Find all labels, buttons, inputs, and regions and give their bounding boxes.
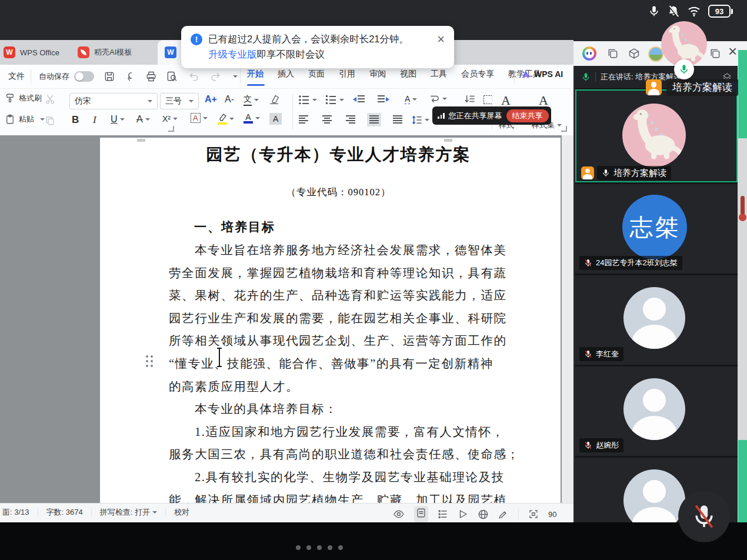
font-name-select[interactable]: 仿宋 (69, 93, 158, 109)
toast-suffix: 即享不限时会议 (257, 48, 325, 61)
paste-label: 粘贴 (19, 114, 34, 125)
align-right-button[interactable] (346, 115, 355, 124)
menu-tab-reference[interactable]: 引用 (339, 69, 355, 79)
print-icon[interactable] (145, 71, 157, 82)
participant-tile[interactable]: 志桀 24园艺专升本2班刘志桀 (575, 184, 738, 274)
eye-preview-icon[interactable] (393, 508, 405, 520)
colorful-orb-icon[interactable] (582, 46, 596, 61)
align-left-button[interactable] (299, 115, 308, 124)
wrap-settings-button[interactable] (429, 94, 447, 104)
ink-pen-icon[interactable] (498, 509, 509, 519)
menu-tab-view[interactable]: 视图 (400, 69, 416, 79)
pager-dot[interactable] (306, 545, 311, 550)
silhouette-avatar (623, 378, 685, 440)
sharing-signal-icon (438, 113, 445, 119)
font-color-icon: A (244, 113, 253, 124)
cube-icon[interactable] (628, 48, 640, 59)
char-shading-button[interactable]: A (269, 113, 282, 125)
silhouette-avatar (623, 287, 685, 349)
superscript-button[interactable]: X² (162, 114, 178, 124)
participant-tile[interactable]: 赵婉彤 (575, 366, 738, 456)
restore-window-icon[interactable] (709, 48, 721, 59)
tab-wps-office[interactable]: W WPS Office (0, 42, 66, 62)
doc-line: 本专业旨在培养服务地方经济社会发展需求，德智体美 (169, 239, 545, 262)
close-window-icon[interactable]: × (728, 44, 737, 59)
strikethrough-button[interactable]: A (136, 114, 150, 125)
bullet-list-button[interactable] (299, 95, 317, 104)
autosave-toggle[interactable] (74, 71, 94, 82)
menu-tab-member[interactable]: 会员专享 (461, 69, 494, 79)
redo-icon[interactable] (209, 71, 221, 82)
pager-dot[interactable] (328, 545, 332, 550)
multi-window-icon[interactable] (607, 48, 619, 59)
menu-file[interactable]: 文件 (8, 71, 25, 82)
doc-heading: 一、培养目标 (194, 219, 275, 235)
page-view-button[interactable] (414, 506, 428, 522)
save-icon[interactable] (104, 71, 115, 82)
menu-tab-insert[interactable]: 插入 (278, 69, 294, 79)
chevron-down-icon[interactable] (233, 75, 238, 78)
pager-dot[interactable] (317, 545, 322, 550)
justify-button[interactable] (369, 115, 379, 124)
proofread-button[interactable]: 校对 (174, 507, 189, 518)
menu-tab-tools[interactable]: 工具 (431, 69, 447, 79)
pager-dot[interactable] (338, 545, 343, 550)
sort-button[interactable] (465, 94, 475, 104)
italic-button[interactable]: I (93, 114, 96, 126)
line-spacing-button[interactable] (412, 115, 429, 125)
wps-ai-button[interactable]: WPS AI (521, 69, 563, 79)
menu-tab-home[interactable]: 开始 (247, 69, 264, 79)
red-scroll-knob[interactable] (739, 214, 746, 221)
spell-check-button[interactable]: 拼写检查: 打开 (100, 507, 157, 518)
undo-icon[interactable] (188, 71, 200, 82)
autosave-label: 自动保存 (39, 71, 69, 82)
increase-indent-button[interactable] (378, 95, 389, 104)
tab-daoke-ai[interactable]: 稻壳AI模板 (71, 42, 139, 62)
clear-format-icon[interactable] (268, 94, 280, 105)
menu-tab-page[interactable]: 页面 (308, 69, 325, 79)
mute-toggle-button[interactable] (678, 491, 730, 542)
font-color-button[interactable]: A (244, 113, 260, 124)
dialog-launcher-icon[interactable] (561, 126, 567, 132)
export-icon[interactable] (125, 71, 136, 82)
menu-tab-review[interactable]: 审阅 (369, 69, 386, 79)
outline-view-icon[interactable] (438, 509, 448, 519)
web-layout-icon[interactable] (478, 509, 489, 520)
numbered-list-button[interactable] (326, 95, 344, 104)
cut-icon[interactable] (45, 94, 55, 105)
decrease-indent-button[interactable] (353, 95, 365, 104)
wps-ai-icon (521, 69, 531, 79)
participant-tile[interactable]: 李红奎 (575, 275, 738, 365)
play-slideshow-icon[interactable] (458, 509, 468, 519)
fullscreen-icon[interactable] (528, 509, 539, 519)
participant-name-label: 培养方案解读 (597, 166, 671, 180)
bold-button[interactable]: B (72, 114, 79, 126)
stop-sharing-button[interactable]: 结束共享 (506, 109, 549, 122)
highlight-color-button[interactable] (218, 113, 234, 125)
pinyin-guide-button[interactable]: 文 (244, 94, 259, 106)
dialog-launcher-icon[interactable] (168, 126, 174, 132)
self-mic-badge[interactable] (674, 59, 694, 79)
copy-icon[interactable] (45, 115, 55, 126)
paragraph-drag-handle[interactable] (145, 354, 154, 368)
show-marks-button[interactable] (483, 95, 492, 104)
document-page[interactable]: 园艺（专升本）专业人才培养方案 （专业代码：090102） 一、培养目标 本专业… (100, 138, 561, 503)
font-size-select[interactable]: 三号 (160, 93, 199, 109)
margin-mark (444, 139, 452, 142)
paste-button[interactable]: 粘贴 (5, 114, 45, 125)
underline-button[interactable]: U (111, 114, 125, 125)
decrease-font-button[interactable]: A- (225, 94, 234, 105)
char-border-button[interactable]: A (191, 113, 208, 123)
document-scrollbar[interactable] (562, 135, 573, 503)
print-preview-icon[interactable] (166, 71, 178, 82)
toast-close-icon[interactable]: × (437, 34, 445, 45)
align-center-button[interactable] (322, 115, 332, 124)
pager-dot[interactable] (296, 545, 301, 550)
format-painter-button[interactable]: 格式刷 (5, 93, 42, 104)
increase-font-button[interactable]: A+ (205, 94, 217, 105)
zoom-level[interactable]: 90 (548, 510, 556, 519)
distribute-button[interactable] (393, 115, 402, 124)
upgrade-link[interactable]: 升级专业版 (208, 48, 257, 61)
participant-tile-speaker[interactable]: 培养方案解读 (575, 89, 738, 182)
char-scale-button[interactable]: A (405, 94, 417, 104)
